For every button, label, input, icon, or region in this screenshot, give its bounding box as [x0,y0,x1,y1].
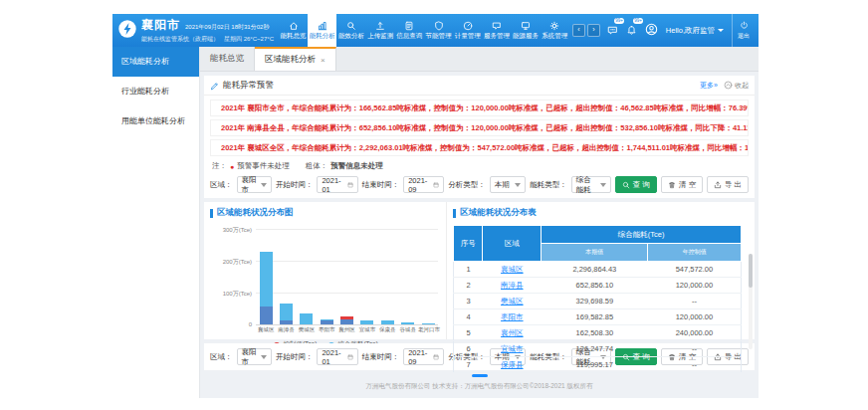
search-button[interactable]: 查 询 [615,176,657,193]
message-button[interactable]: 99+ [607,22,618,40]
bar-樊城区 [300,229,313,324]
alert-row[interactable]: 2021年 襄阳市全市，年综合能耗累计为：166,562.85吨标准煤，控制值为… [210,100,749,116]
nav-item-info-query[interactable]: 信息查询 [395,14,424,47]
col-control: 年控制值 [648,244,742,262]
nav-item-service-mgmt[interactable]: 服务管理 [482,14,511,47]
analysis-type-select[interactable]: 本期 [490,176,527,193]
nav-arrows: ‹ › [569,14,603,47]
region-link[interactable]: 南漳县 [501,281,524,290]
region-energy-table: 序号区域综合能耗(Tce)本期值年控制值1襄城区2,296,864.43547,… [453,225,742,373]
chevron-down-icon [515,183,521,187]
avatar[interactable] [645,22,658,40]
nav-item-energy-saving-mgmt[interactable]: 节能管理 [424,14,453,47]
nav-scroll-left-button[interactable]: ‹ [572,24,585,37]
y-axis-tick: 100万(Tce) [210,290,252,299]
user-icon [645,23,658,36]
col-index: 序号 [454,226,483,262]
cell-index: 7 [454,357,483,373]
field-value: 襄阳市 [242,347,257,367]
collapse-button[interactable]: 收起 [724,81,749,91]
region-link[interactable]: 樊城区 [501,297,524,306]
region-link[interactable]: 宜城市 [501,344,524,353]
x-axis-label: 谷城县 [398,326,418,333]
weekday-weather: 星期四 26°C~27°C [224,35,274,44]
region-link[interactable]: 保康县 [501,360,524,369]
metering-icon [463,21,473,31]
end-time-input[interactable]: 2021-09 [403,348,444,365]
alert-list: 2021年 襄阳市全市，年综合能耗累计为：166,562.85吨标准煤，控制值为… [204,96,755,158]
cell-control: -- [648,294,742,309]
logout-button[interactable]: 退出 [732,14,755,47]
nav-item-label: 能效分析 [338,32,364,41]
alert-row[interactable]: 2021年 南漳县全县，年综合能耗累计为：652,856.10吨标准煤，控制值为… [210,119,749,136]
legend-note: 注： ● 预警事件未处理 粗体： 预警信息未处理 [204,158,755,171]
collapse-label: 收起 [735,81,749,91]
table-row: 5襄州区162,508.30240,000.00 [454,325,742,341]
tab-close-icon[interactable]: × [321,56,326,65]
chart-x-labels: 襄城区南漳县樊城区枣阳市襄州区宜城市保康县谷城县老河口市 [256,326,438,333]
sidebar-item-industry-energy-analysis[interactable]: 行业能耗分析 [112,77,199,106]
sidebar-item-region-energy-analysis[interactable]: 区域能耗分析 [112,47,199,77]
nav-item-label: 计量管理 [455,32,481,41]
nav-item-system-mgmt[interactable]: 系统管理 [541,14,569,47]
nav-item-label: 能耗总览 [281,32,307,41]
info-icon [404,21,414,31]
alert-row[interactable]: 2021年 襄城区全区，年综合能耗累计为：2,292,063.01吨标准煤，控制… [210,139,749,156]
field-value: 2021-01 [322,176,342,194]
start-time-input[interactable]: 2021-01 [317,176,357,193]
nav-item-label: 系统管理 [542,32,567,41]
chart-title: 区域能耗状况分布图 [210,207,442,219]
table-row: 4枣阳市169,582.85120,000.00 [454,309,742,325]
scroll-indicator[interactable] [472,374,488,377]
table-scrollbar[interactable] [749,254,753,349]
field-value: 综合能耗 [576,175,596,195]
title-bar-icon [453,209,456,218]
chevron-down-icon [600,183,606,187]
start-time-input[interactable]: 2021-01 [317,348,357,365]
tab-energy-overview[interactable]: 能耗总览 [200,47,255,71]
system-subtitle: 能耗在线监管系统（政府端） [141,35,219,44]
cell-index: 6 [454,341,483,357]
upload-icon [375,21,385,31]
y-axis-tick: 0 [210,321,252,327]
region-link[interactable]: 枣阳市 [501,312,524,321]
nav-scroll-right-button[interactable]: › [587,24,600,37]
field-value: 2021-01 [322,348,342,366]
notification-button[interactable]: 99+ [626,22,637,40]
nav-item-energy-service[interactable]: 能源服务 [511,14,540,47]
tab-region-energy-analysis[interactable]: 区域能耗分析× [255,47,336,71]
nav-item-energy-overview[interactable]: 能耗总览 [279,14,308,47]
nav-item-label: 上传监测 [367,32,393,41]
table-title: 区域能耗状况分布表 [453,207,749,219]
tab-label: 能耗总览 [210,53,244,65]
nav-item-metering-mgmt[interactable]: 计量管理 [453,14,482,47]
energy-type-select[interactable]: 综合能耗 [571,176,611,193]
user-menu[interactable]: Hello,政府监管 [666,26,724,36]
app-logo [117,19,137,43]
button-label: 导 出 [725,180,742,190]
calendar-icon [347,353,353,361]
nav-item-upload-monitoring[interactable]: 上传监测 [366,14,395,47]
region-link[interactable]: 襄城区 [501,265,524,274]
calendar-icon [433,181,439,189]
export-button[interactable]: 导 出 [707,176,749,193]
more-link[interactable]: 更多» [700,81,718,91]
service-icon [492,21,502,31]
x-axis-label: 宜城市 [357,326,377,333]
region-link[interactable]: 襄州区 [501,328,524,337]
end-time-input[interactable]: 2021-09 [403,176,444,193]
message-icon [607,25,618,36]
nav-item-efficiency-analysis[interactable]: 能效分析 [336,14,365,47]
cell-index: 5 [454,325,483,341]
nav-item-energy-analysis[interactable]: 能耗分析 [308,14,336,47]
x-axis-label: 老河口市 [418,326,438,333]
clear-button[interactable]: 清 空 [661,176,703,193]
region-select[interactable]: 襄阳市 [237,176,272,193]
sidebar-item-unit-energy-analysis[interactable]: 用能单位能耗分析 [112,106,199,136]
main-nav: 能耗总览能耗分析能效分析上传监测信息查询节能管理计量管理服务管理能源服务系统管理 [279,14,569,47]
main-area: 能耗总览区域能耗分析× 能耗异常预警 更多» 收起 [200,47,759,398]
start-time-input-label: 开始时间： [276,352,314,362]
field-value: 2021-09 [408,176,429,194]
cell-current: 162,508.30 [542,325,648,341]
region-select[interactable]: 襄阳市 [237,348,272,365]
